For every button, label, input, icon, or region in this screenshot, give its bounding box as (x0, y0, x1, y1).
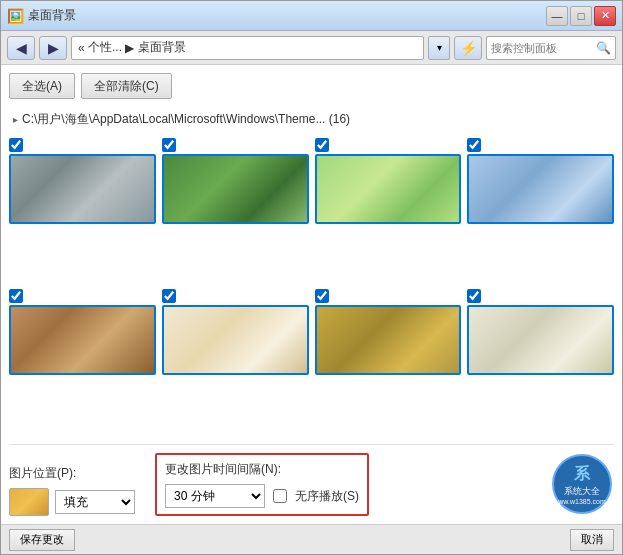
path-prefix: « (78, 41, 85, 55)
address-bar: ◀ ▶ « 个性... ▶ 桌面背景 ▾ ⚡ 🔍 (1, 31, 622, 65)
image-thumb-8[interactable] (467, 305, 614, 375)
image-grid (9, 138, 618, 434)
desktop-background-window: 🖼️ 桌面背景 — □ ✕ ◀ ▶ « 个性... ▶ 桌面背景 ▾ (0, 0, 623, 555)
image-checkbox-5[interactable] (9, 289, 23, 303)
interval-label: 更改图片时间间隔(N): (165, 461, 359, 478)
folder-path: ▸ C:\用户\海鱼\AppData\Local\Microsoft\Windo… (9, 109, 614, 130)
image-checkbox-2[interactable] (162, 138, 176, 152)
image-thumb-2[interactable] (162, 154, 309, 224)
folder-expand-icon: ▸ (13, 114, 18, 125)
list-item (162, 289, 309, 434)
image-thumb-3[interactable] (315, 154, 462, 224)
search-input[interactable] (491, 42, 594, 54)
dropdown-icon: ▾ (437, 42, 442, 53)
image-thumb-6[interactable] (162, 305, 309, 375)
status-bar: 保存更改 取消 (1, 524, 622, 554)
clear-all-button[interactable]: 全部清除(C) (81, 73, 172, 99)
main-content: 全选(A) 全部清除(C) ▸ C:\用户\海鱼\AppData\Local\M… (1, 65, 622, 524)
refresh-icon: ⚡ (460, 40, 477, 56)
save-changes-button[interactable]: 保存更改 (9, 529, 75, 551)
list-item (9, 138, 156, 283)
interval-select[interactable]: 10 秒 30 秒 1 分钟 3 分钟 10 分钟 30 分钟 1 小时 6 小… (165, 484, 265, 508)
path-dropdown-button[interactable]: ▾ (428, 36, 450, 60)
cancel-button[interactable]: 取消 (570, 529, 614, 551)
image-thumb-4[interactable] (467, 154, 614, 224)
forward-button[interactable]: ▶ (39, 36, 67, 60)
image-checkbox-3[interactable] (315, 138, 329, 152)
list-item (315, 138, 462, 283)
list-item (467, 138, 614, 283)
position-label: 图片位置(P): (9, 465, 135, 482)
select-all-button[interactable]: 全选(A) (9, 73, 75, 99)
path-current: 桌面背景 (138, 39, 186, 56)
refresh-button[interactable]: ⚡ (454, 36, 482, 60)
watermark-site: ww.w1385.com (558, 498, 605, 505)
list-item (9, 289, 156, 434)
position-with-thumb: 填充 适应 拉伸 平铺 居中 (9, 488, 135, 516)
image-checkbox-6[interactable] (162, 289, 176, 303)
title-bar-left: 🖼️ 桌面背景 (7, 7, 76, 24)
position-thumbnail (9, 488, 49, 516)
address-path[interactable]: « 个性... ▶ 桌面背景 (71, 36, 424, 60)
watermark-logo: 系 (574, 464, 590, 485)
image-checkbox-4[interactable] (467, 138, 481, 152)
path-arrow: ▶ (125, 41, 134, 55)
folder-path-text: C:\用户\海鱼\AppData\Local\Microsoft\Windows… (22, 111, 350, 128)
back-button[interactable]: ◀ (7, 36, 35, 60)
image-thumb-7[interactable] (315, 305, 462, 375)
title-buttons: — □ ✕ (546, 6, 616, 26)
title-bar: 🖼️ 桌面背景 — □ ✕ (1, 1, 622, 31)
shuffle-label: 无序播放(S) (295, 488, 359, 505)
back-icon: ◀ (16, 40, 27, 56)
image-checkbox-7[interactable] (315, 289, 329, 303)
close-button[interactable]: ✕ (594, 6, 616, 26)
image-checkbox-1[interactable] (9, 138, 23, 152)
search-box: 🔍 (486, 36, 616, 60)
top-buttons: 全选(A) 全部清除(C) (9, 73, 614, 99)
bottom-section: 图片位置(P): 填充 适应 拉伸 平铺 居中 更改图片时间间隔(N): (9, 444, 614, 516)
window-icon: 🖼️ (7, 8, 24, 24)
interval-section: 更改图片时间间隔(N): 10 秒 30 秒 1 分钟 3 分钟 10 分钟 3… (155, 453, 369, 516)
position-section: 图片位置(P): 填充 适应 拉伸 平铺 居中 (9, 465, 135, 516)
path-personal: 个性... (88, 39, 122, 56)
image-thumb-5[interactable] (9, 305, 156, 375)
image-thumb-1[interactable] (9, 154, 156, 224)
watermark-badge: 系 系统大全 ww.w1385.com (552, 454, 612, 514)
list-item (467, 289, 614, 434)
forward-icon: ▶ (48, 40, 59, 56)
list-item (315, 289, 462, 434)
watermark-text: 系统大全 (564, 485, 600, 498)
shuffle-checkbox[interactable] (273, 489, 287, 503)
list-item (162, 138, 309, 283)
image-checkbox-8[interactable] (467, 289, 481, 303)
search-button[interactable]: 🔍 (596, 39, 611, 57)
window-title: 桌面背景 (28, 7, 76, 24)
interval-row: 10 秒 30 秒 1 分钟 3 分钟 10 分钟 30 分钟 1 小时 6 小… (165, 484, 359, 508)
position-select[interactable]: 填充 适应 拉伸 平铺 居中 (55, 490, 135, 514)
search-icon: 🔍 (596, 41, 611, 55)
minimize-button[interactable]: — (546, 6, 568, 26)
maximize-button[interactable]: □ (570, 6, 592, 26)
